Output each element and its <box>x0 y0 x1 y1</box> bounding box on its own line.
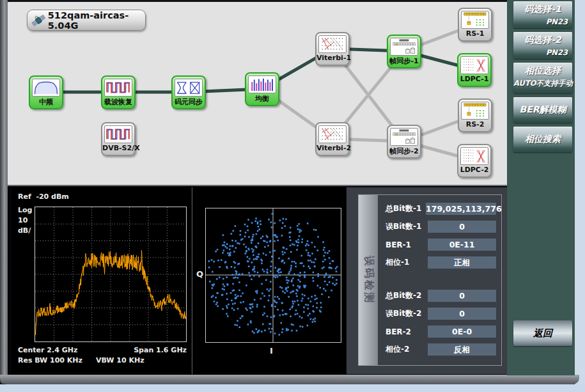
constellation-i-axis-label: I <box>270 346 273 356</box>
spectrum-panel: Ref -20 dBm Log 10 dB/ Center 2.4 GHz Sp… <box>12 187 191 374</box>
spectrum-plot <box>35 207 187 342</box>
flow-node-frame1[interactable]: 帧同步-1 <box>387 35 421 68</box>
trellis-icon <box>318 125 347 143</box>
sidebar-button-code-select-1[interactable]: 码选择-1PN23 <box>513 1 572 28</box>
flow-node-label: 帧同步-1 <box>388 56 420 66</box>
ber-value-phase-1: 正相 <box>428 256 496 269</box>
ber-row-error-bits-2: 误Bit数-20 <box>386 308 496 320</box>
sidebar-button-ber-disambiguation[interactable]: BER解模糊 <box>513 97 572 123</box>
window-frame-left <box>0 0 8 384</box>
ber-label-phase-2: 相位-2 <box>386 344 428 355</box>
flow-node-ldpc1[interactable]: LDPC-1 <box>457 53 492 87</box>
flow-node-label: LDPC-1 <box>458 75 490 83</box>
window-margin-bottom <box>0 384 585 392</box>
flow-node-if[interactable]: 中频 <box>29 75 63 109</box>
flow-node-viterbi2[interactable]: Viterbi-2 <box>315 122 350 156</box>
sidebar: 码选择-1PN23码选择-2PN23相位选择AUTO不支持手动BER解模糊相位搜… <box>507 0 575 375</box>
constellation-panel: Q I <box>192 187 345 374</box>
flow-node-label: 中频 <box>30 97 62 107</box>
frame-icon <box>390 38 418 56</box>
flow-node-frame2[interactable]: 帧同步-2 <box>387 125 421 159</box>
flow-node-carrier[interactable]: 载波恢复 <box>101 75 136 109</box>
spectrum-span-label: Span 1.6 GHz <box>134 346 187 354</box>
flow-node-symbol[interactable]: 码元同步 <box>171 75 206 109</box>
spectrum-center-label: Center 2.4 GHz <box>18 346 77 354</box>
ldpc-icon <box>460 56 488 74</box>
constellation-q-axis-label: Q <box>196 269 203 279</box>
signal-title-button[interactable]: 512qam-aircas-5.04G <box>27 10 146 31</box>
sidebar-button-phase-search[interactable]: 相位搜索 <box>513 127 572 152</box>
flow-node-label: 帧同步-2 <box>388 146 420 156</box>
spectrum-scale-labels: Log 10 dB/ <box>18 205 32 236</box>
rs-icon <box>461 11 489 29</box>
sidebar-button-label: 码选择-1 <box>513 1 572 15</box>
bottom-panels: Ref -20 dBm Log 10 dB/ Center 2.4 GHz Sp… <box>8 185 507 375</box>
sidebar-button-sublabel: PN23 <box>513 48 572 57</box>
sidebar-button-sublabel: PN23 <box>513 17 572 26</box>
flow-node-rs1[interactable]: RS-1 <box>458 8 492 42</box>
trellis-icon <box>318 35 347 53</box>
ber-row-error-bits-1: 误Bit数-10 <box>386 221 496 233</box>
flow-node-label: Viterbi-1 <box>316 54 348 62</box>
constellation-plot <box>192 187 346 374</box>
spectrum-freq-labels: Center 2.4 GHz Span 1.6 GHz <box>18 346 187 354</box>
spectrum-scale-line: Log <box>18 205 32 216</box>
spectrum-icon <box>32 79 60 97</box>
sidebar-button-sublabel: AUTO不支持手动 <box>513 79 572 88</box>
sidebar-button-code-select-2[interactable]: 码选择-2PN23 <box>513 32 572 59</box>
flow-node-rs2[interactable]: RS-2 <box>458 98 492 132</box>
ber-panel: 误码检测 总Bit数-1179,025,113,776误Bit数-10BER-1… <box>347 187 507 374</box>
window-margin-right <box>575 0 585 392</box>
ber-value-phase-2: 反相 <box>428 343 496 356</box>
flow-node-equalizer[interactable]: 均衡 <box>245 72 279 106</box>
ber-value-total-bits-1: 179,025,113,776 <box>426 203 496 215</box>
eye-icon <box>175 79 203 97</box>
spectrum-trace <box>35 250 186 334</box>
ber-row-ber-2: BER-20E-0 <box>386 325 496 338</box>
sidebar-button-phase-select[interactable]: 相位选择AUTO不支持手动 <box>513 63 572 93</box>
ber-value-error-bits-2: 0 <box>428 308 496 320</box>
wave-icon <box>104 79 132 97</box>
ber-value-ber-2: 0E-0 <box>428 325 496 338</box>
flow-node-ldpc2[interactable]: LDPC-2 <box>457 144 492 178</box>
flow-node-label: LDPC-2 <box>458 166 490 174</box>
ber-label-total-bits-1: 总Bit数-1 <box>386 203 426 214</box>
signal-title-label: 512qam-aircas-5.04G <box>48 10 145 31</box>
sidebar-button-label: BER解模糊 <box>519 104 566 116</box>
bars-icon <box>248 75 276 93</box>
ber-label-ber-2: BER-2 <box>386 327 428 336</box>
return-button[interactable]: 返回 <box>513 320 572 346</box>
frame-icon <box>390 128 418 146</box>
ber-label-ber-1: BER-1 <box>386 240 428 249</box>
flow-node-label: Viterbi-2 <box>316 144 348 152</box>
flow-node-label: DVB-S2/X <box>102 144 134 152</box>
flow-node-viterbi1[interactable]: Viterbi-1 <box>315 32 350 66</box>
ber-label-total-bits-2: 总Bit数-2 <box>386 290 428 301</box>
satellite-icon <box>31 12 46 29</box>
ber-label-error-bits-1: 误Bit数-1 <box>386 221 428 232</box>
wave-icon <box>104 125 132 143</box>
window-frame-bottom <box>0 375 579 384</box>
flow-node-label: 载波恢复 <box>102 97 134 107</box>
ber-row-ber-1: BER-10E-11 <box>386 239 496 251</box>
ber-box: 误码检测 总Bit数-1179,025,113,776误Bit数-10BER-1… <box>358 194 502 366</box>
flow-node-dvb[interactable]: DVB-S2/X <box>101 122 136 156</box>
ber-value-error-bits-1: 0 <box>428 221 496 233</box>
ber-label-phase-1: 相位-1 <box>386 257 428 268</box>
spectrum-ref-label: Ref -20 dBm <box>18 192 69 201</box>
flow-canvas: 中频载波恢复码元同步均衡DVB-S2/XViterbi-1Viterbi-2帧同… <box>8 2 507 185</box>
rs-icon <box>461 102 489 120</box>
spectrum-scale-line: 10 <box>18 216 32 226</box>
sidebar-button-label: 相位搜索 <box>525 134 561 145</box>
spectrum-scale-line: dB/ <box>18 226 32 236</box>
ber-side-strip: 误码检测 <box>359 195 378 365</box>
ber-value-total-bits-2: 0 <box>428 290 496 302</box>
flow-node-label: RS-1 <box>459 29 491 38</box>
flow-node-label: 均衡 <box>246 94 278 104</box>
ber-row-phase-2: 相位-2反相 <box>386 343 496 356</box>
sidebar-button-label: 码选择-2 <box>513 32 572 46</box>
sidebar-button-label: 相位选择 <box>513 63 572 77</box>
ber-row-phase-1: 相位-1正相 <box>386 256 496 269</box>
ber-row-total-bits-1: 总Bit数-1179,025,113,776 <box>386 203 496 215</box>
ber-side-label: 误码检测 <box>362 256 375 304</box>
